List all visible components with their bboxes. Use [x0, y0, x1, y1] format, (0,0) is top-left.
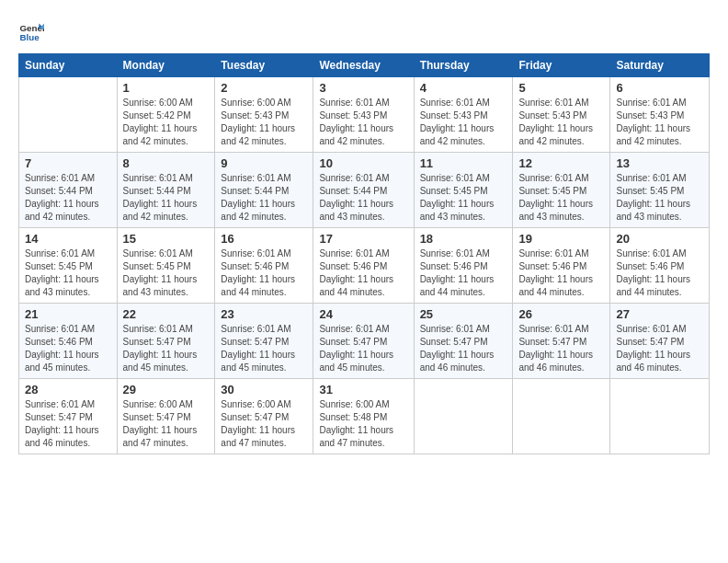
day-number: 11 [420, 156, 507, 170]
col-tuesday: Tuesday [215, 54, 313, 77]
day-info: Sunrise: 6:01 AM Sunset: 5:47 PM Dayligh… [518, 323, 604, 374]
day-number: 7 [25, 156, 111, 170]
calendar-cell: 13Sunrise: 6:01 AM Sunset: 5:45 PM Dayli… [610, 153, 710, 228]
calendar-cell: 4Sunrise: 6:01 AM Sunset: 5:43 PM Daylig… [414, 77, 513, 153]
day-info: Sunrise: 6:01 AM Sunset: 5:46 PM Dayligh… [221, 247, 307, 299]
day-number: 3 [319, 81, 407, 95]
day-number: 10 [319, 156, 407, 170]
day-number: 18 [420, 232, 507, 246]
day-info: Sunrise: 6:01 AM Sunset: 5:44 PM Dayligh… [123, 172, 210, 224]
calendar-cell: 14Sunrise: 6:01 AM Sunset: 5:45 PM Dayli… [19, 228, 118, 304]
calendar-cell: 27Sunrise: 6:01 AM Sunset: 5:47 PM Dayli… [610, 304, 710, 379]
calendar-cell: 16Sunrise: 6:01 AM Sunset: 5:46 PM Dayli… [215, 228, 313, 304]
calendar-cell: 11Sunrise: 6:01 AM Sunset: 5:45 PM Dayli… [414, 153, 513, 228]
day-info: Sunrise: 6:01 AM Sunset: 5:45 PM Dayligh… [616, 172, 703, 224]
day-number: 13 [616, 156, 703, 170]
day-info: Sunrise: 6:01 AM Sunset: 5:46 PM Dayligh… [25, 323, 111, 374]
calendar-cell: 24Sunrise: 6:01 AM Sunset: 5:47 PM Dayli… [313, 304, 414, 379]
day-number: 30 [221, 383, 307, 396]
day-info: Sunrise: 6:01 AM Sunset: 5:45 PM Dayligh… [123, 247, 210, 299]
day-info: Sunrise: 6:01 AM Sunset: 5:46 PM Dayligh… [616, 247, 703, 299]
col-friday: Friday [513, 54, 610, 77]
day-info: Sunrise: 6:01 AM Sunset: 5:45 PM Dayligh… [25, 247, 111, 299]
day-info: Sunrise: 6:01 AM Sunset: 5:47 PM Dayligh… [616, 323, 703, 374]
day-info: Sunrise: 6:01 AM Sunset: 5:47 PM Dayligh… [319, 323, 407, 374]
calendar-cell: 23Sunrise: 6:01 AM Sunset: 5:47 PM Dayli… [215, 304, 313, 379]
col-sunday: Sunday [19, 54, 118, 77]
day-info: Sunrise: 6:01 AM Sunset: 5:45 PM Dayligh… [518, 172, 604, 224]
day-number: 14 [25, 232, 111, 246]
calendar-week-row: 21Sunrise: 6:01 AM Sunset: 5:46 PM Dayli… [19, 304, 710, 379]
calendar-week-row: 1Sunrise: 6:00 AM Sunset: 5:42 PM Daylig… [19, 77, 710, 153]
day-info: Sunrise: 6:00 AM Sunset: 5:47 PM Dayligh… [221, 398, 307, 450]
calendar-week-row: 28Sunrise: 6:01 AM Sunset: 5:47 PM Dayli… [19, 379, 710, 454]
day-info: Sunrise: 6:00 AM Sunset: 5:42 PM Dayligh… [123, 97, 210, 148]
day-number: 4 [420, 81, 507, 95]
day-info: Sunrise: 6:01 AM Sunset: 5:43 PM Dayligh… [518, 97, 604, 148]
calendar-header-row: Sunday Monday Tuesday Wednesday Thursday… [19, 54, 710, 77]
calendar-cell: 8Sunrise: 6:01 AM Sunset: 5:44 PM Daylig… [117, 153, 215, 228]
calendar-table: Sunday Monday Tuesday Wednesday Thursday… [18, 53, 710, 454]
calendar-cell: 3Sunrise: 6:01 AM Sunset: 5:43 PM Daylig… [313, 77, 414, 153]
calendar-cell: 17Sunrise: 6:01 AM Sunset: 5:46 PM Dayli… [313, 228, 414, 304]
calendar-cell: 20Sunrise: 6:01 AM Sunset: 5:46 PM Dayli… [610, 228, 710, 304]
calendar-cell: 1Sunrise: 6:00 AM Sunset: 5:42 PM Daylig… [117, 77, 215, 153]
calendar-cell: 25Sunrise: 6:01 AM Sunset: 5:47 PM Dayli… [414, 304, 513, 379]
day-number: 31 [319, 383, 407, 396]
calendar-cell: 26Sunrise: 6:01 AM Sunset: 5:47 PM Dayli… [513, 304, 610, 379]
calendar-cell: 31Sunrise: 6:00 AM Sunset: 5:48 PM Dayli… [313, 379, 414, 454]
day-number: 16 [221, 232, 307, 246]
day-info: Sunrise: 6:01 AM Sunset: 5:46 PM Dayligh… [319, 247, 407, 299]
day-info: Sunrise: 6:01 AM Sunset: 5:44 PM Dayligh… [221, 172, 307, 224]
day-number: 6 [616, 81, 703, 95]
day-number: 15 [123, 232, 210, 246]
day-number: 27 [616, 307, 703, 321]
calendar-cell [19, 77, 118, 153]
day-number: 28 [25, 383, 111, 396]
calendar-cell: 5Sunrise: 6:01 AM Sunset: 5:43 PM Daylig… [513, 77, 610, 153]
day-info: Sunrise: 6:01 AM Sunset: 5:43 PM Dayligh… [420, 97, 507, 148]
day-info: Sunrise: 6:01 AM Sunset: 5:47 PM Dayligh… [221, 323, 307, 374]
calendar-cell: 9Sunrise: 6:01 AM Sunset: 5:44 PM Daylig… [215, 153, 313, 228]
day-info: Sunrise: 6:01 AM Sunset: 5:43 PM Dayligh… [319, 97, 407, 148]
logo: General Blue [18, 18, 48, 44]
calendar-cell: 21Sunrise: 6:01 AM Sunset: 5:46 PM Dayli… [19, 304, 118, 379]
day-number: 24 [319, 307, 407, 321]
col-wednesday: Wednesday [313, 54, 414, 77]
calendar-cell: 22Sunrise: 6:01 AM Sunset: 5:47 PM Dayli… [117, 304, 215, 379]
day-info: Sunrise: 6:01 AM Sunset: 5:47 PM Dayligh… [25, 398, 111, 450]
page-header: General Blue [18, 18, 710, 44]
day-number: 26 [518, 307, 604, 321]
calendar-cell: 10Sunrise: 6:01 AM Sunset: 5:44 PM Dayli… [313, 153, 414, 228]
day-number: 8 [123, 156, 210, 170]
day-info: Sunrise: 6:01 AM Sunset: 5:44 PM Dayligh… [319, 172, 407, 224]
day-info: Sunrise: 6:01 AM Sunset: 5:46 PM Dayligh… [518, 247, 604, 299]
calendar-cell: 28Sunrise: 6:01 AM Sunset: 5:47 PM Dayli… [19, 379, 118, 454]
day-number: 20 [616, 232, 703, 246]
day-number: 23 [221, 307, 307, 321]
calendar-cell: 12Sunrise: 6:01 AM Sunset: 5:45 PM Dayli… [513, 153, 610, 228]
calendar-cell: 6Sunrise: 6:01 AM Sunset: 5:43 PM Daylig… [610, 77, 710, 153]
logo-icon: General Blue [18, 18, 44, 44]
day-number: 25 [420, 307, 507, 321]
calendar-cell: 29Sunrise: 6:00 AM Sunset: 5:47 PM Dayli… [117, 379, 215, 454]
day-number: 21 [25, 307, 111, 321]
calendar-cell [414, 379, 513, 454]
day-info: Sunrise: 6:00 AM Sunset: 5:47 PM Dayligh… [123, 398, 210, 450]
day-number: 2 [221, 81, 307, 95]
col-monday: Monday [117, 54, 215, 77]
day-info: Sunrise: 6:01 AM Sunset: 5:47 PM Dayligh… [420, 323, 507, 374]
day-number: 12 [518, 156, 604, 170]
day-number: 19 [518, 232, 604, 246]
calendar-cell: 30Sunrise: 6:00 AM Sunset: 5:47 PM Dayli… [215, 379, 313, 454]
calendar-cell: 7Sunrise: 6:01 AM Sunset: 5:44 PM Daylig… [19, 153, 118, 228]
day-number: 9 [221, 156, 307, 170]
day-number: 1 [123, 81, 210, 95]
day-info: Sunrise: 6:00 AM Sunset: 5:43 PM Dayligh… [221, 97, 307, 148]
calendar-cell: 19Sunrise: 6:01 AM Sunset: 5:46 PM Dayli… [513, 228, 610, 304]
col-thursday: Thursday [414, 54, 513, 77]
col-saturday: Saturday [610, 54, 710, 77]
svg-text:Blue: Blue [19, 32, 40, 42]
day-info: Sunrise: 6:01 AM Sunset: 5:43 PM Dayligh… [616, 97, 703, 148]
day-info: Sunrise: 6:00 AM Sunset: 5:48 PM Dayligh… [319, 398, 407, 450]
